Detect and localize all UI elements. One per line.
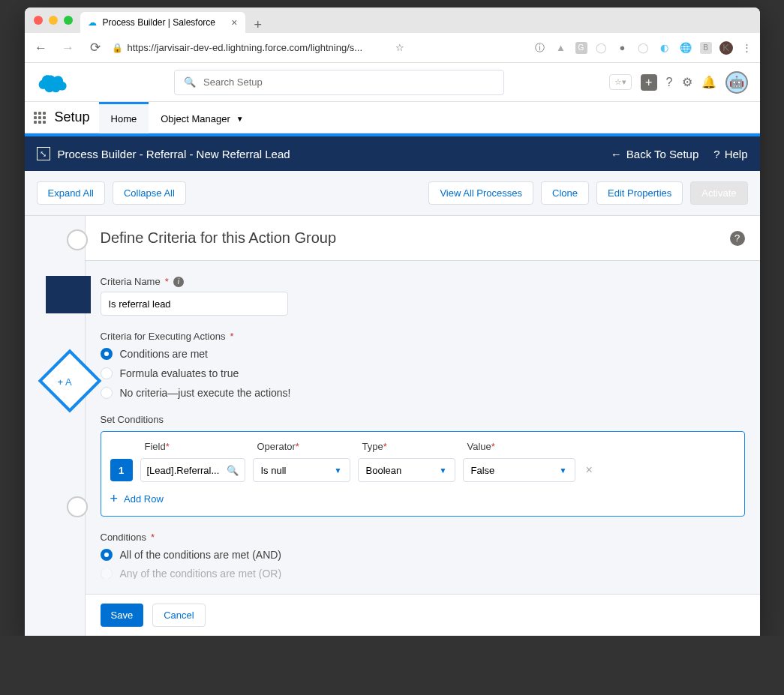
back-to-setup-link[interactable]: ← Back To Setup: [611, 148, 698, 160]
radio-label: Formula evaluates to true: [120, 367, 239, 379]
criteria-panel: Define Criteria for this Action Group ? …: [85, 216, 760, 636]
extension-icon[interactable]: ◯: [595, 41, 608, 55]
notifications-icon[interactable]: 🔔: [701, 75, 716, 89]
radio-label: No criteria—just execute the actions!: [120, 387, 291, 399]
criteria-name-input[interactable]: [101, 292, 288, 316]
view-all-processes-button[interactable]: View All Processes: [428, 181, 533, 205]
add-row-button[interactable]: + Add Row: [110, 491, 735, 507]
radio-conditions-met[interactable]: Conditions are met: [101, 348, 745, 360]
back-button[interactable]: ←: [31, 40, 52, 55]
conditions-logic-section: Conditions* All of the conditions are me…: [101, 532, 745, 579]
expand-all-button[interactable]: Expand All: [37, 181, 105, 205]
edit-properties-button[interactable]: Edit Properties: [596, 181, 683, 205]
canvas-sidebar: + A: [25, 216, 85, 636]
clone-button[interactable]: Clone: [541, 181, 589, 205]
activate-button: Activate: [690, 181, 747, 205]
drive-icon[interactable]: ▲: [554, 41, 568, 55]
info-icon[interactable]: ⓘ: [533, 41, 547, 55]
end-node[interactable]: [67, 496, 88, 517]
browser-menu-icon[interactable]: ⋮: [740, 41, 754, 55]
radio-any-or[interactable]: Any of the conditions are met (OR): [101, 568, 745, 579]
criteria-name-label: Criteria Name: [101, 276, 161, 287]
tab-object-manager[interactable]: Object Manager ▼: [149, 102, 255, 133]
canvas-area: + A Define Criteria for this Action Grou…: [25, 216, 760, 636]
type-select[interactable]: Boolean▼: [358, 458, 455, 482]
user-avatar[interactable]: 🤖: [725, 71, 748, 94]
salesforce-logo-icon: [37, 71, 70, 94]
setup-gear-icon[interactable]: ⚙: [682, 75, 692, 89]
window-minimize-button[interactable]: [49, 16, 58, 25]
conditions-box: Field* Operator* Type* Value* 1 [Lead].R…: [101, 431, 745, 517]
collapse-all-button[interactable]: Collapse All: [113, 181, 186, 205]
chevron-down-icon: ▼: [236, 115, 244, 123]
operator-value: Is null: [261, 465, 287, 476]
value-select[interactable]: False▼: [463, 458, 575, 482]
tab-object-manager-label: Object Manager: [161, 113, 230, 124]
save-button[interactable]: Save: [101, 604, 144, 627]
global-add-button[interactable]: +: [641, 74, 657, 91]
set-conditions-label: Set Conditions: [101, 414, 164, 425]
cancel-button[interactable]: Cancel: [152, 604, 205, 627]
browser-window: ☁ Process Builder | Salesforce × + ← → ⟳…: [25, 7, 760, 636]
profile-avatar[interactable]: K: [719, 41, 733, 55]
field-value: [Lead].Referral...: [147, 465, 220, 476]
extension-icon-4[interactable]: B: [700, 42, 712, 54]
tab-home[interactable]: Home: [99, 102, 149, 133]
favorites-button[interactable]: ☆▾: [609, 74, 632, 90]
pinterest-icon[interactable]: ●: [616, 41, 629, 55]
info-icon[interactable]: i: [173, 277, 184, 287]
value-value: False: [471, 465, 495, 476]
panel-help-icon[interactable]: ?: [730, 231, 745, 246]
search-icon: 🔍: [227, 465, 239, 476]
remove-row-button[interactable]: ×: [583, 463, 596, 477]
col-type-label: Type: [362, 441, 383, 452]
app-launcher-button[interactable]: [25, 112, 55, 124]
search-input[interactable]: 🔍 Search Setup: [174, 70, 504, 95]
extension-icon-3[interactable]: ◐: [658, 41, 671, 55]
window-maximize-button[interactable]: [64, 16, 73, 25]
process-title: Process Builder - Referral - New Referra…: [58, 148, 290, 160]
chrome-icon[interactable]: 🌐: [679, 41, 692, 55]
radio-all-and[interactable]: All of the conditions are met (AND): [101, 549, 745, 561]
criteria-node[interactable]: + A: [47, 358, 92, 403]
new-tab-button[interactable]: +: [254, 17, 263, 33]
question-icon: ?: [713, 148, 719, 160]
setup-label: Setup: [55, 109, 99, 125]
radio-label: Conditions are met: [120, 348, 209, 360]
help-icon[interactable]: ?: [666, 76, 673, 89]
start-node[interactable]: [67, 229, 88, 250]
radio-icon: [101, 549, 113, 561]
bookmark-star-icon[interactable]: ☆: [395, 42, 404, 53]
exec-criteria-section: Criteria for Executing Actions* Conditio…: [101, 331, 745, 399]
grammarly-icon[interactable]: G: [575, 42, 587, 54]
tab-title: Process Builder | Salesforce: [103, 17, 216, 28]
help-link[interactable]: ? Help: [713, 148, 747, 160]
radio-icon: [101, 387, 113, 399]
radio-no-criteria[interactable]: No criteria—just execute the actions!: [101, 387, 745, 399]
address-bar: ← → ⟳ 🔒 https://jarvisair-dev-ed.lightni…: [25, 33, 760, 63]
collapse-icon[interactable]: ⤡: [37, 147, 50, 160]
field-lookup[interactable]: [Lead].Referral... 🔍: [140, 458, 245, 482]
tab-bar: ☁ Process Builder | Salesforce × +: [80, 7, 263, 33]
window-controls: [34, 16, 73, 25]
forward-button[interactable]: →: [58, 40, 79, 55]
reload-button[interactable]: ⟳: [85, 40, 106, 55]
window-close-button[interactable]: [34, 16, 43, 25]
lock-icon: 🔒: [112, 43, 123, 53]
radio-icon: [101, 367, 113, 379]
extension-icons: ⓘ ▲ G ◯ ● ◯ ◐ 🌐 B K ⋮: [533, 41, 754, 55]
browser-tab[interactable]: ☁ Process Builder | Salesforce ×: [80, 12, 245, 33]
extension-icon-2[interactable]: ◯: [637, 41, 650, 55]
radio-formula[interactable]: Formula evaluates to true: [101, 367, 745, 379]
panel-title: Define Criteria for this Action Group: [101, 229, 337, 247]
radio-icon: [101, 568, 113, 579]
add-criteria-label: A: [65, 376, 72, 388]
tab-close-icon[interactable]: ×: [231, 16, 237, 28]
url-box[interactable]: 🔒 https://jarvisair-dev-ed.lightning.for…: [112, 42, 404, 53]
salesforce-favicon-icon: ☁: [88, 17, 97, 28]
caret-down-icon: ▼: [440, 466, 447, 475]
operator-select[interactable]: Is null▼: [253, 458, 350, 482]
object-node[interactable]: [46, 276, 91, 313]
help-label: Help: [725, 148, 748, 160]
arrow-left-icon: ←: [611, 148, 622, 160]
